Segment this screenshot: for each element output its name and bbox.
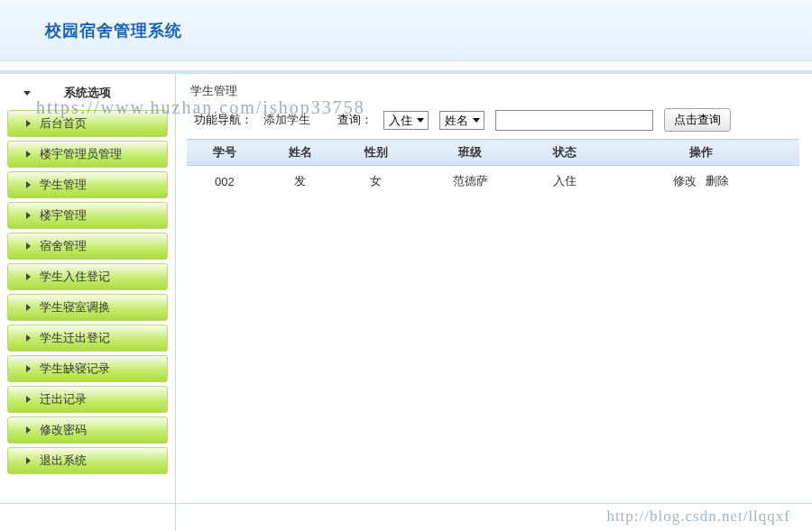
triangle-icon	[26, 243, 31, 250]
search-button[interactable]: 点击查询	[664, 108, 731, 132]
query-label: 查询：	[337, 112, 373, 128]
toolbar: 功能导航： 添加学生 查询： 入住 姓名 点击查询	[187, 108, 799, 139]
sidebar-item-change-pwd[interactable]: 修改密码	[7, 417, 168, 444]
sidebar-item-absence[interactable]: 学生缺寝记录	[7, 355, 168, 382]
sidebar-item-label: 宿舍管理	[40, 238, 87, 254]
add-student-link[interactable]: 添加学生	[263, 112, 310, 128]
table-header-row: 学号 姓名 性别 班级 状态 操作	[187, 140, 799, 166]
delete-link[interactable]: 删除	[706, 174, 729, 188]
sidebar-item-logout[interactable]: 退出系统	[7, 447, 168, 474]
col-name: 姓名	[263, 140, 338, 166]
sidebar-item-label: 学生迁出登记	[40, 330, 110, 346]
search-input[interactable]	[495, 110, 653, 131]
sidebar-item-label: 学生管理	[40, 177, 87, 193]
sidebar-item-label: 后台首页	[40, 115, 87, 132]
triangle-icon	[26, 120, 31, 127]
cell-gender: 女	[338, 166, 414, 197]
sidebar-item-label: 学生寝室调换	[40, 299, 110, 316]
caret-down-icon	[23, 91, 31, 96]
sidebar-item-out-records[interactable]: 迁出记录	[7, 386, 168, 413]
status-select-wrap: 入住	[383, 111, 429, 130]
table-row: 002 发 女 范德萨 入住 修改 删除	[187, 166, 799, 197]
triangle-icon	[26, 365, 31, 372]
col-sno: 学号	[187, 140, 263, 166]
sidebar-item-label: 楼宇管理	[40, 207, 87, 224]
col-ops: 操作	[603, 140, 799, 166]
triangle-icon	[26, 304, 31, 311]
cell-ops: 修改 删除	[603, 166, 799, 197]
triangle-icon	[26, 396, 31, 403]
triangle-icon	[26, 212, 31, 219]
col-status: 状态	[527, 140, 603, 166]
nav-label: 功能导航：	[194, 112, 253, 128]
gap	[0, 61, 812, 70]
sidebar-title: 系统选项	[64, 85, 111, 101]
sidebar-item-home[interactable]: 后台首页	[7, 110, 168, 137]
page-title: 学生管理	[187, 81, 799, 108]
triangle-icon	[26, 426, 31, 434]
sidebar-item-label: 楼宇管理员管理	[40, 146, 122, 162]
cell-sno: 002	[187, 166, 263, 197]
col-class: 班级	[413, 140, 527, 166]
cell-class: 范德萨	[413, 166, 527, 197]
content: 系统选项 后台首页 楼宇管理员管理 学生管理 楼宇管理 宿舍管理 学生入住登记 …	[0, 74, 812, 531]
sidebar-item-checkout[interactable]: 学生迁出登记	[7, 325, 168, 352]
sidebar-item-room-swap[interactable]: 学生寝室调换	[7, 294, 168, 321]
sidebar-item-label: 迁出记录	[40, 391, 87, 407]
col-gender: 性别	[338, 140, 414, 166]
app-title: 校园宿舍管理系统	[45, 20, 182, 41]
sidebar-item-dorm-mgmt[interactable]: 宿舍管理	[7, 233, 168, 260]
triangle-icon	[26, 151, 31, 158]
triangle-icon	[26, 181, 31, 188]
main: 学生管理 功能导航： 添加学生 查询： 入住 姓名 点击查询 学号	[176, 74, 812, 531]
field-select-wrap: 姓名	[439, 111, 484, 130]
sidebar-item-label: 退出系统	[40, 453, 87, 469]
field-select[interactable]: 姓名	[439, 111, 484, 130]
cell-name: 发	[263, 166, 338, 197]
status-select[interactable]: 入住	[383, 111, 429, 130]
triangle-icon	[26, 457, 31, 464]
triangle-icon	[26, 334, 31, 342]
data-table: 学号 姓名 性别 班级 状态 操作 002 发 女 范德萨 入住 修改	[187, 139, 799, 197]
sidebar-item-label: 学生缺寝记录	[40, 361, 110, 377]
sidebar-item-building-mgmt[interactable]: 楼宇管理	[7, 202, 168, 229]
header: 校园宿舍管理系统	[0, 0, 812, 61]
sidebar-item-label: 修改密码	[40, 422, 87, 438]
sidebar-item-checkin[interactable]: 学生入住登记	[7, 263, 168, 290]
sidebar-item-label: 学生入住登记	[40, 269, 110, 285]
sidebar: 系统选项 后台首页 楼宇管理员管理 学生管理 楼宇管理 宿舍管理 学生入住登记 …	[0, 74, 176, 531]
triangle-icon	[26, 273, 31, 280]
sidebar-item-building-admin[interactable]: 楼宇管理员管理	[7, 141, 168, 168]
footer-line	[0, 503, 812, 504]
edit-link[interactable]: 修改	[673, 174, 697, 188]
sidebar-item-student-mgmt[interactable]: 学生管理	[7, 171, 168, 198]
cell-status: 入住	[527, 166, 603, 197]
sidebar-header[interactable]: 系统选项	[7, 81, 168, 110]
